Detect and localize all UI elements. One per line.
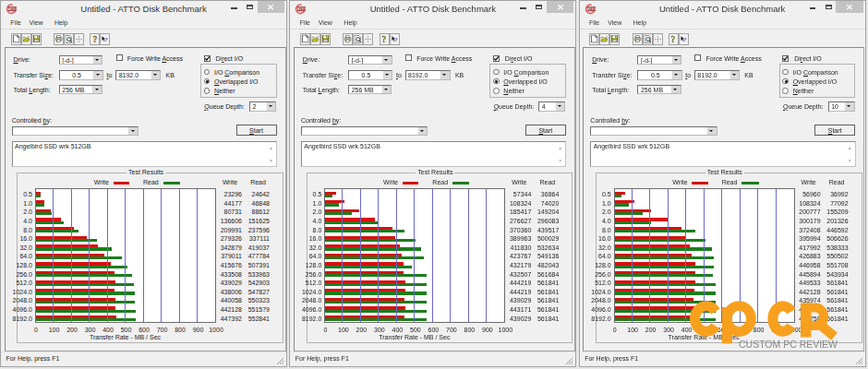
svg-text:CUSTOM PC REVIEW: CUSTOM PC REVIEW xyxy=(739,339,838,350)
